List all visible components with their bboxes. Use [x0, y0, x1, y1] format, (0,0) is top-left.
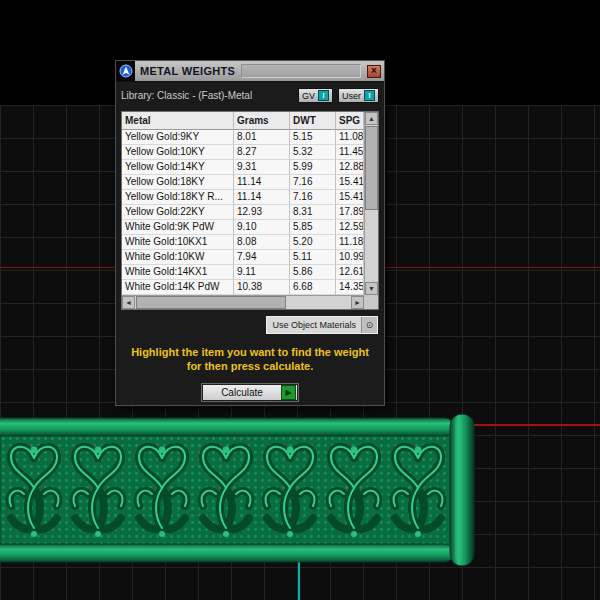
user-button-label: User — [342, 91, 361, 101]
scroll-up-icon[interactable]: ▲ — [365, 112, 378, 125]
metals-table-body: Metal Grams DWT SPG Yellow Gold:9KY8.015… — [122, 112, 364, 295]
cell-grams[interactable]: 9.10 — [234, 220, 290, 235]
materials-dropdown-value: Use Object Materials — [267, 320, 361, 330]
cell-spg[interactable]: 12.88 — [336, 160, 364, 175]
cell-dwt[interactable]: 7.16 — [290, 175, 336, 190]
dialog-titlebar[interactable]: METAL WEIGHTS × — [116, 61, 384, 82]
cell-metal[interactable]: Yellow Gold:10KY — [122, 145, 234, 160]
cell-metal[interactable]: White Gold:14K PdW — [122, 280, 234, 295]
table-row[interactable]: White Gold:14K PdW10.386.6814.35 — [122, 280, 364, 295]
calculate-row: Calculate ▶ — [116, 384, 384, 401]
ring-band-model[interactable] — [0, 414, 476, 566]
cell-spg[interactable]: 17.89 — [336, 205, 364, 220]
cell-grams[interactable]: 8.01 — [234, 130, 290, 145]
table-header: Metal Grams DWT SPG — [122, 112, 364, 130]
cell-grams[interactable]: 9.11 — [234, 265, 290, 280]
instruction-line-2: for then press calculate. — [116, 360, 384, 374]
cell-spg[interactable]: 10.99 — [336, 250, 364, 265]
column-header-spg[interactable]: SPG — [336, 112, 364, 130]
cell-grams[interactable]: 7.94 — [234, 250, 290, 265]
cell-metal[interactable]: White Gold:10KW — [122, 250, 234, 265]
dropdown-button-icon[interactable]: ⊙ — [361, 317, 377, 333]
table-row[interactable]: Yellow Gold:18KY R...11.147.1615.41 — [122, 190, 364, 205]
gv-button-label: GV — [302, 91, 315, 101]
table-row[interactable]: Yellow Gold:14KY9.315.9912.88 — [122, 160, 364, 175]
scroll-left-icon[interactable]: ◄ — [122, 296, 135, 309]
cell-grams[interactable]: 9.31 — [234, 160, 290, 175]
cell-metal[interactable]: Yellow Gold:9KY — [122, 130, 234, 145]
user-indicator: I — [364, 90, 375, 101]
cell-metal[interactable]: White Gold:14KX1 — [122, 265, 234, 280]
cell-grams[interactable]: 10.38 — [234, 280, 290, 295]
gv-button[interactable]: GV I — [298, 88, 333, 103]
library-label: Library: Classic - (Fast)-Metal — [121, 90, 293, 101]
cell-dwt[interactable]: 5.20 — [290, 235, 336, 250]
cell-spg[interactable]: 15.41 — [336, 190, 364, 205]
table-row[interactable]: White Gold:10KW7.945.1110.99 — [122, 250, 364, 265]
materials-dropdown[interactable]: Use Object Materials ⊙ — [266, 316, 378, 334]
cell-metal[interactable]: Yellow Gold:18KY R... — [122, 190, 234, 205]
cell-dwt[interactable]: 5.15 — [290, 130, 336, 145]
materials-row: Use Object Materials ⊙ — [116, 310, 384, 336]
scroll-down-icon[interactable]: ▼ — [365, 282, 378, 295]
app-logo-icon — [116, 61, 135, 81]
calculate-button-label: Calculate — [203, 387, 281, 398]
cell-grams[interactable]: 11.14 — [234, 175, 290, 190]
close-button[interactable]: × — [367, 65, 381, 78]
dialog-title: METAL WEIGHTS — [135, 65, 235, 77]
cell-dwt[interactable]: 7.16 — [290, 190, 336, 205]
cell-dwt[interactable]: 5.86 — [290, 265, 336, 280]
cell-metal[interactable]: White Gold:10KX1 — [122, 235, 234, 250]
column-header-metal[interactable]: Metal — [122, 112, 234, 130]
cell-spg[interactable]: 12.59 — [336, 220, 364, 235]
table-row[interactable]: Yellow Gold:9KY8.015.1511.08 — [122, 130, 364, 145]
cell-dwt[interactable]: 8.31 — [290, 205, 336, 220]
library-bar: Library: Classic - (Fast)-Metal GV I Use… — [116, 82, 384, 109]
calculate-button[interactable]: Calculate ▶ — [202, 384, 298, 401]
cell-metal[interactable]: Yellow Gold:22KY — [122, 205, 234, 220]
table-row[interactable]: Yellow Gold:10KY8.275.3211.45 — [122, 145, 364, 160]
cell-spg[interactable]: 12.61 — [336, 265, 364, 280]
horizontal-scroll-thumb[interactable] — [136, 296, 286, 309]
cell-spg[interactable]: 14.35 — [336, 280, 364, 295]
cell-dwt[interactable]: 5.99 — [290, 160, 336, 175]
table-row[interactable]: White Gold:10KX18.085.2011.18 — [122, 235, 364, 250]
calculate-play-icon: ▶ — [281, 385, 296, 400]
table-row[interactable]: Yellow Gold:18KY11.147.1615.41 — [122, 175, 364, 190]
cell-dwt[interactable]: 5.11 — [290, 250, 336, 265]
metal-weights-dialog: METAL WEIGHTS × Library: Classic - (Fast… — [115, 60, 385, 406]
vertical-scroll-thumb[interactable] — [365, 126, 378, 210]
instruction-text: Highlight the item you want to find the … — [116, 346, 384, 374]
scroll-right-icon[interactable]: ► — [351, 296, 364, 309]
cell-dwt[interactable]: 6.68 — [290, 280, 336, 295]
column-header-dwt[interactable]: DWT — [290, 112, 336, 130]
horizontal-scrollbar[interactable]: ◄ ► — [122, 295, 364, 309]
table-row[interactable]: White Gold:14KX19.115.8612.61 — [122, 265, 364, 280]
cell-spg[interactable]: 15.41 — [336, 175, 364, 190]
cell-dwt[interactable]: 5.85 — [290, 220, 336, 235]
column-header-grams[interactable]: Grams — [234, 112, 290, 130]
instruction-line-1: Highlight the item you want to find the … — [116, 346, 384, 360]
viewport: METAL WEIGHTS × Library: Classic - (Fast… — [0, 0, 600, 600]
cell-metal[interactable]: Yellow Gold:18KY — [122, 175, 234, 190]
cell-spg[interactable]: 11.45 — [336, 145, 364, 160]
table-rows: Yellow Gold:9KY8.015.1511.08Yellow Gold:… — [122, 130, 364, 295]
metals-table: Metal Grams DWT SPG Yellow Gold:9KY8.015… — [121, 111, 379, 310]
vertical-scrollbar[interactable]: ▲ ▼ — [364, 112, 378, 295]
cell-spg[interactable]: 11.08 — [336, 130, 364, 145]
cell-grams[interactable]: 12.93 — [234, 205, 290, 220]
cell-metal[interactable]: Yellow Gold:14KY — [122, 160, 234, 175]
cell-metal[interactable]: White Gold:9K PdW — [122, 220, 234, 235]
cell-grams[interactable]: 8.08 — [234, 235, 290, 250]
titlebar-spacer — [241, 64, 361, 78]
table-row[interactable]: Yellow Gold:22KY12.938.3117.89 — [122, 205, 364, 220]
table-row[interactable]: White Gold:9K PdW9.105.8512.59 — [122, 220, 364, 235]
cell-spg[interactable]: 11.18 — [336, 235, 364, 250]
user-button[interactable]: User I — [338, 88, 379, 103]
cell-dwt[interactable]: 5.32 — [290, 145, 336, 160]
cell-grams[interactable]: 11.14 — [234, 190, 290, 205]
gv-indicator: I — [318, 90, 329, 101]
cell-grams[interactable]: 8.27 — [234, 145, 290, 160]
scrollbar-corner — [364, 295, 378, 309]
